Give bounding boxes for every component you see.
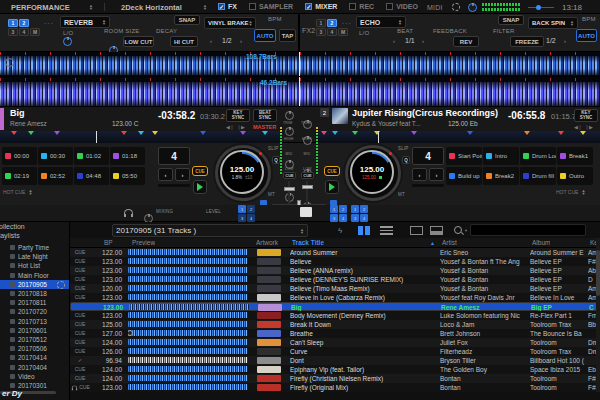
cue-marker-icon[interactable] [580,131,586,135]
toggle-rec[interactable]: REC [349,3,374,10]
track-row[interactable]: CUE122.00Around SummerEric SneoAround Su… [70,248,600,257]
fx-assign-4[interactable]: 4 [327,28,337,36]
track-row[interactable]: 123.00BigRene AmeszBig EPC [70,302,600,311]
sidebar-item-20170512[interactable]: 20170512 [0,335,69,344]
hot-cue-slot[interactable]: 00:00 [2,147,37,165]
toggle-mixer[interactable]: MIXER [305,3,337,10]
hot-cue-slot[interactable]: Build up [446,167,482,185]
cue-marker-icon[interactable] [467,131,473,135]
cue-marker-icon[interactable] [352,131,358,135]
split-screen-icon[interactable] [410,226,423,235]
fx-assign-2[interactable]: 2 [327,19,337,27]
col-header-preview[interactable]: Preview [132,238,155,248]
fx2-freeze-button[interactable]: FREEZE [510,36,544,47]
hot-cue-slot[interactable]: 02:19 [2,167,37,185]
sidebar-item-20170713[interactable]: 20170713 [0,317,69,326]
ch2-fader-handle[interactable] [302,185,313,189]
deck1-beat-sync-button[interactable]: BEAT SYNC [253,109,277,122]
track-row[interactable]: CUE123.00BelieveYousef & Bontan ft The A… [70,257,600,266]
sidebar-item-20170601[interactable]: 20170601 [0,326,69,335]
fx2-auto-button[interactable]: AUTO [576,29,597,42]
track-row[interactable]: CUE123.00Firefly (Original Mix)BontanToo… [70,383,600,392]
sidebar-item-party-time[interactable]: Party Time [0,243,69,252]
toggle-sampler[interactable]: SAMPLER [249,3,293,10]
hot-cue-caret-icon[interactable] [28,189,32,195]
deck-load-select-right[interactable]: 1234 [351,205,368,222]
preview-waveform[interactable] [128,330,248,336]
col-header-artist[interactable]: Artist [442,238,457,248]
preview-waveform[interactable] [128,276,248,282]
preview-waveform[interactable] [128,384,248,390]
hot-cue-slot[interactable]: Start Point [446,147,482,165]
fx2-snap-button[interactable]: SNAP [498,15,524,25]
preview-waveform[interactable] [128,366,248,372]
table-v-scrollbar[interactable] [596,238,600,392]
track-row[interactable]: CUE124.00Epiphany Vip (feat. Tailor)The … [70,365,600,374]
fx2-release-select[interactable]: BACK SPIN [528,17,578,29]
sidebar-item-video[interactable]: Video [0,372,69,381]
full-screen-icon[interactable] [430,226,443,235]
sidebar-item-20170905[interactable]: 20170905 [0,280,69,289]
headphone-cue-deck-select[interactable]: 1234 [238,205,255,222]
hot-cue-slot[interactable]: 04:48 [74,167,109,185]
track-row[interactable]: CUE123.00Body Movement (Denney Remix)Luk… [70,311,600,320]
hot-cue-slot[interactable]: 01:02 [74,147,109,165]
ch2-cue-button[interactable]: CUE [301,172,314,179]
deck1-nudge-icons[interactable]: ◀❘ ❘▶ [226,124,245,130]
fx-assign-4[interactable]: 4 [19,28,29,36]
cue-marker-icon[interactable] [138,131,144,135]
cue-marker-icon[interactable] [152,131,158,135]
cue-marker-icon[interactable] [332,131,338,135]
fx1-lowcut-button[interactable]: LOW CUT [123,36,154,47]
preview-waveform[interactable] [128,249,248,255]
fx1-release-select[interactable]: VINYL BRAKE [204,17,256,29]
deck2-beat-jump-back[interactable]: ‹ [412,168,427,181]
fx2-fraction-left-arrow[interactable]: ‹ [534,38,536,44]
fx1-effect-select[interactable]: REVERB [60,16,110,28]
deck1-cue-button[interactable]: CUE [192,166,208,176]
deck1-quantize-button[interactable]: Q [272,156,280,164]
grid-view-icon[interactable] [358,226,371,235]
fx2-rev-button[interactable]: REV [453,36,479,47]
preview-waveform[interactable] [128,267,248,273]
deck-load-select-left[interactable]: 1234 [330,205,347,222]
cue-marker-icon[interactable] [262,131,268,135]
preview-waveform[interactable] [128,339,248,345]
master-volume-knob[interactable] [468,3,477,12]
hot-cue-slot[interactable]: Outro [557,167,593,185]
deck1-play-button[interactable] [193,180,207,194]
sidebar-header-collection[interactable]: Collection [0,222,69,231]
fx-assign-2[interactable]: 2 [19,19,29,27]
gear-icon[interactable] [452,3,460,11]
fx1-auto-button[interactable]: AUTO [254,29,276,42]
track-row[interactable]: CUE123.00Believe (DENNEY'S SUNRISE REMIX… [70,275,600,284]
cue-marker-icon[interactable] [321,131,327,135]
deck2-enlarged-waveform[interactable]: 46.2Bars [0,76,600,106]
track-suggestion-icon[interactable]: ϟ [338,226,342,235]
sidebar-item-late-night[interactable]: Late Night [0,252,69,261]
col-header-album[interactable]: Album [532,238,550,248]
col-header-title[interactable]: Track Title [292,238,324,248]
toggle-video[interactable]: VIDEO [386,3,418,10]
deck2-beat-jump-fwd[interactable]: › [429,168,444,181]
hot-cue-slot[interactable]: 01:18 [110,147,145,165]
track-row[interactable]: CUE125.00Break It DownLoco & JamToolroom… [70,320,600,329]
fx2-more-icon[interactable]: ··· [342,20,352,27]
preview-waveform[interactable] [128,294,248,300]
fx1-fraction-right-arrow[interactable]: › [240,38,242,44]
fx2-effect-select[interactable]: ECHO [356,16,406,28]
volume-slider[interactable] [528,7,554,8]
layout-select[interactable]: 2Deck Horizontal [118,2,210,12]
fx1-tap-button[interactable]: TAP [279,29,296,42]
preview-waveform[interactable] [128,321,248,327]
fx-assign-3[interactable]: 3 [8,28,18,36]
cue-marker-icon[interactable] [54,131,60,135]
mode-select[interactable]: PERFORMANCE [8,2,96,12]
sidebar-item-20170414[interactable]: 20170414 [0,353,69,362]
col-header-artwork[interactable]: Artwork [256,238,278,248]
fx1-level-knob[interactable] [63,37,72,46]
playlist-selector[interactable]: 20170905 (31 Tracks ) [112,224,308,237]
waveform-zoom-icon[interactable] [5,58,14,67]
cue-marker-icon[interactable] [200,131,206,135]
preview-waveform[interactable] [128,348,248,354]
